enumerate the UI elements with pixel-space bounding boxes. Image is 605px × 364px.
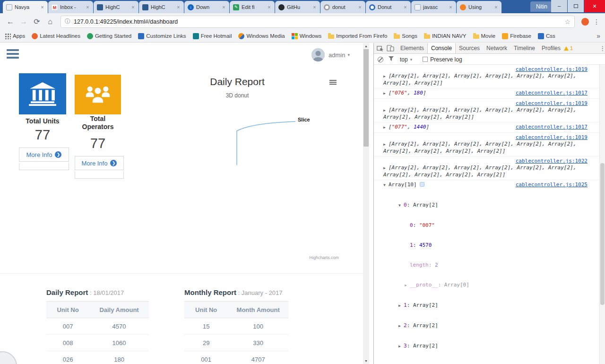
clear-console-icon[interactable]: [378, 57, 383, 62]
disclosure-triangle-icon[interactable]: [398, 202, 404, 209]
object-state-icon[interactable]: [420, 182, 424, 187]
tree-property-row[interactable]: 1: 4570: [383, 242, 588, 249]
browser-tab-donut-1[interactable]: donut×: [320, 1, 365, 13]
tab-close-icon[interactable]: ×: [130, 4, 136, 10]
bookmarks-overflow-chevron[interactable]: »: [596, 32, 600, 40]
disclosure-triangle-icon[interactable]: [383, 165, 389, 172]
browser-tab-github[interactable]: GitHu×: [275, 1, 320, 13]
tree-property-row[interactable]: 1: Array[2]: [383, 302, 588, 309]
page-scrollbar[interactable]: [363, 43, 369, 364]
browser-tab-downloads[interactable]: Down×: [184, 1, 229, 13]
bookmark-indian-navy[interactable]: INDIAN NAVY: [424, 33, 467, 39]
console-source-link[interactable]: cablecontroller.js:1017: [516, 90, 588, 96]
window-maximize-button[interactable]: [568, 0, 584, 12]
browser-tab-javascript[interactable]: javasc×: [411, 1, 456, 13]
tab-close-icon[interactable]: ×: [266, 4, 272, 10]
tab-close-icon[interactable]: ×: [311, 4, 318, 10]
disclosure-triangle-icon[interactable]: [383, 124, 389, 131]
console-source-link[interactable]: cablecontroller.js:1019: [383, 134, 588, 141]
console-log-area[interactable]: cablecontroller.js:1019 [Array[2], Array…: [374, 65, 600, 364]
devtools-scrollbar[interactable]: [599, 65, 605, 364]
devtools-tab-console[interactable]: Console: [427, 43, 456, 53]
tab-close-icon[interactable]: ×: [493, 4, 499, 10]
devtools-menu-icon[interactable]: ⋮: [599, 45, 605, 52]
scroll-down-arrow-icon[interactable]: [363, 358, 369, 364]
inspect-element-icon[interactable]: [377, 45, 384, 52]
bookmark-imported-from-firefox[interactable]: Imported From Firefo: [328, 33, 387, 39]
devtools-tab-elements[interactable]: Elements: [397, 43, 427, 53]
tree-property-row[interactable]: 0: Array[2]: [383, 202, 588, 209]
chart-context-menu-icon[interactable]: [329, 80, 337, 86]
disclosure-triangle-icon[interactable]: [383, 107, 389, 114]
device-toolbar-icon[interactable]: [387, 45, 394, 52]
tab-close-icon[interactable]: ×: [85, 4, 91, 10]
page-info-icon[interactable]: ⓘ: [65, 17, 70, 26]
bookmark-windows-media[interactable]: Windows Media: [238, 33, 285, 39]
disclosure-triangle-icon[interactable]: [398, 343, 404, 350]
console-source-link[interactable]: cablecontroller.js:1019: [383, 66, 588, 73]
execution-context-selector[interactable]: top: [400, 56, 412, 63]
disclosure-triangle-icon[interactable]: [383, 182, 389, 189]
back-button[interactable]: ←: [4, 15, 17, 28]
tree-property-row[interactable]: 0: "007": [383, 222, 588, 229]
browser-tab-navya[interactable]: Navya×: [3, 1, 48, 13]
url-text[interactable]: 127.0.0.1:49225/index.html#/dashboard: [74, 18, 564, 25]
disclosure-triangle-icon[interactable]: [405, 282, 410, 289]
sidebar-toggle-button[interactable]: [7, 49, 19, 61]
disclosure-triangle-icon[interactable]: [383, 141, 389, 148]
bookmark-apps[interactable]: Apps: [5, 33, 25, 39]
tab-close-icon[interactable]: ×: [448, 4, 454, 10]
tree-property-row[interactable]: __proto__: Array[0]: [383, 282, 588, 289]
bookmark-firebase[interactable]: Firebase: [502, 33, 531, 39]
browser-tab-donut-2[interactable]: Donut×: [366, 1, 411, 13]
disclosure-triangle-icon[interactable]: [398, 303, 404, 309]
filter-icon[interactable]: [388, 56, 394, 63]
corner-widget[interactable]: [0, 351, 17, 364]
devtools-tab-network[interactable]: Network: [483, 43, 510, 53]
window-close-button[interactable]: ×: [584, 0, 605, 12]
window-minimize-button[interactable]: –: [551, 0, 567, 12]
browser-tab-edit[interactable]: Edit fi×: [230, 1, 275, 13]
disclosure-triangle-icon[interactable]: [383, 73, 389, 80]
bookmark-getting-started[interactable]: Getting Started: [87, 33, 131, 39]
bookmark-css[interactable]: Css: [538, 33, 555, 39]
console-source-link[interactable]: cablecontroller.js:1022: [383, 158, 588, 165]
address-bar[interactable]: ⓘ 127.0.0.1:49225/index.html#/dashboard …: [60, 16, 575, 28]
browser-menu-icon[interactable]: ⋮: [592, 18, 601, 26]
total-units-more-info-button[interactable]: More Info: [19, 147, 69, 162]
browser-tab-inbox[interactable]: Inbox -×: [48, 1, 93, 13]
forward-button[interactable]: →: [17, 15, 30, 28]
tree-property-row[interactable]: 3: Array[2]: [383, 343, 588, 350]
preserve-log-checkbox[interactable]: [423, 57, 428, 62]
slice-data-label[interactable]: Slice: [298, 117, 310, 122]
console-source-link[interactable]: cablecontroller.js:1025: [516, 182, 588, 188]
scrollbar-thumb[interactable]: [363, 49, 369, 147]
bookmark-free-hotmail[interactable]: Free Hotmail: [193, 33, 232, 39]
extension-icon[interactable]: [581, 18, 589, 26]
disclosure-triangle-icon[interactable]: [398, 323, 404, 329]
bookmark-latest-headlines[interactable]: Latest Headlines: [32, 33, 80, 39]
browser-tab-stackoverflow[interactable]: Using×: [457, 1, 501, 13]
tab-close-icon[interactable]: ×: [402, 4, 408, 10]
bookmark-movie[interactable]: Movie: [473, 33, 496, 39]
reload-button[interactable]: ⟳: [30, 15, 43, 28]
scrollbar-thumb[interactable]: [600, 163, 605, 305]
total-operators-more-info-button[interactable]: More Info: [75, 156, 124, 170]
browser-tab-highcharts-2[interactable]: HighC×: [139, 1, 184, 13]
browser-tab-highcharts-1[interactable]: HighC×: [94, 1, 138, 13]
profile-button[interactable]: Nitin: [530, 1, 553, 12]
tree-property-row[interactable]: length: 2: [383, 262, 588, 269]
disclosure-triangle-icon[interactable]: [383, 90, 389, 97]
tree-property-row[interactable]: 2: Array[2]: [383, 322, 588, 329]
tab-close-icon[interactable]: ×: [39, 4, 45, 10]
user-menu[interactable]: admin: [311, 48, 350, 61]
tab-close-icon[interactable]: ×: [221, 4, 227, 10]
scroll-up-arrow-icon[interactable]: [363, 43, 369, 49]
console-warning-badge[interactable]: 1: [564, 45, 573, 51]
devtools-tab-profiles[interactable]: Profiles: [538, 43, 564, 53]
tab-close-icon[interactable]: ×: [357, 4, 363, 10]
tab-close-icon[interactable]: ×: [175, 4, 182, 10]
bookmark-customize-links[interactable]: Customize Links: [138, 33, 186, 39]
console-source-link[interactable]: cablecontroller.js:1017: [516, 124, 588, 130]
devtools-tab-sources[interactable]: Sources: [456, 43, 483, 53]
